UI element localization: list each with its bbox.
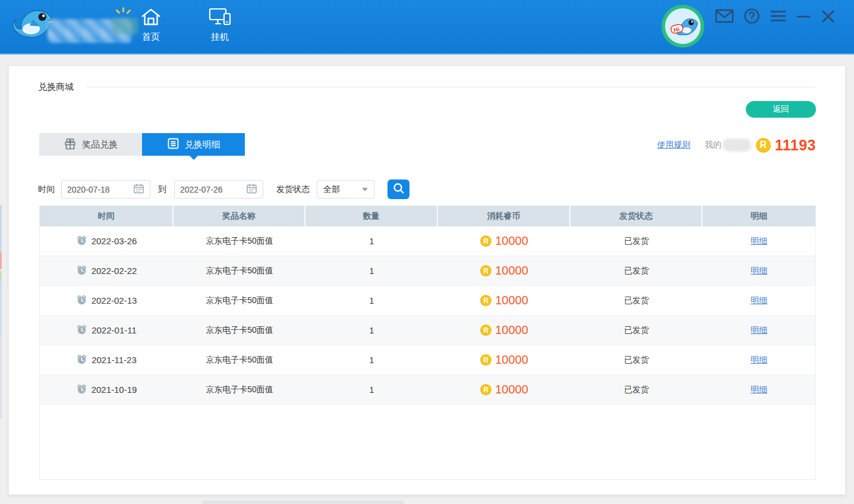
row-date: 2022-02-13 — [92, 295, 137, 305]
row-prize-name: 京东电子卡50面值 — [174, 256, 305, 285]
row-date: 2021-11-23 — [92, 355, 137, 365]
row-detail-link[interactable]: 明细 — [751, 325, 767, 336]
table-body: 2022-03-26 京东电子卡50面值 1 R 10000 已发货 明细 20… — [40, 226, 815, 405]
search-icon — [392, 182, 405, 197]
nav-item-home[interactable]: 首页 — [132, 7, 170, 43]
back-button[interactable]: 返回 — [746, 101, 816, 118]
table-row: 2022-03-26 京东电子卡50面值 1 R 10000 已发货 明细 — [40, 226, 815, 256]
sparkle-icon — [116, 7, 130, 17]
row-detail-link[interactable]: 明细 — [751, 355, 767, 366]
nav-idle-label: 挂机 — [211, 32, 229, 43]
coin-icon: R — [756, 138, 771, 153]
title-divider — [86, 87, 815, 87]
table-row: 2022-01-11 京东电子卡50面值 1 R 10000 已发货 明细 — [40, 316, 815, 345]
background-window-edge — [0, 253, 2, 269]
coin-icon: R — [480, 384, 491, 395]
row-cost-value: 10000 — [495, 383, 528, 396]
row-detail-link[interactable]: 明细 — [751, 236, 767, 247]
coin-icon: R — [480, 325, 491, 336]
search-button[interactable] — [387, 179, 409, 199]
row-cost-cell: R 10000 — [438, 256, 571, 285]
date-to-field[interactable] — [174, 180, 263, 199]
shipping-status-selected-value: 全部 — [323, 184, 340, 195]
mail-icon[interactable] — [715, 8, 734, 24]
row-shipping-status: 已发货 — [571, 375, 702, 404]
chevron-down-icon — [362, 188, 368, 194]
coin-icon: R — [480, 295, 491, 306]
row-cost-value: 10000 — [495, 264, 528, 278]
row-time-cell: 2022-02-13 — [40, 286, 174, 315]
date-from-field[interactable] — [61, 180, 150, 199]
help-icon[interactable] — [743, 8, 760, 24]
row-prize-name: 京东电子卡50面值 — [174, 316, 305, 345]
table-row: 2022-02-13 京东电子卡50面值 1 R 10000 已发货 明细 — [40, 286, 815, 316]
column-header-time: 时间 — [40, 206, 174, 226]
row-cost-cell: R 10000 — [438, 375, 571, 404]
tab-prize-exchange[interactable]: 奖品兑换 — [39, 133, 142, 156]
date-to-input[interactable] — [180, 185, 240, 194]
coin-balance-value: 11193 — [775, 137, 816, 154]
row-cost-cell: R 10000 — [438, 286, 571, 315]
menu-icon[interactable] — [770, 9, 787, 23]
row-cost-cell: R 10000 — [438, 316, 571, 345]
row-prize-name: 京东电子卡50面值 — [174, 286, 305, 315]
shipping-status-select[interactable]: 全部 — [317, 180, 374, 199]
row-shipping-status: 已发货 — [571, 226, 702, 256]
tab-exchange-details-label: 兑换明细 — [185, 139, 220, 150]
row-shipping-status: 已发货 — [571, 256, 702, 285]
row-quantity: 1 — [305, 345, 438, 374]
row-quantity: 1 — [305, 256, 438, 285]
background-window-edge — [0, 282, 2, 335]
row-detail-link[interactable]: 明细 — [751, 385, 767, 395]
nav-home-label: 首页 — [142, 32, 160, 43]
gift-icon — [64, 137, 77, 152]
my-balance-label: 我的 — [705, 140, 721, 150]
row-time-cell: 2021-11-23 — [40, 345, 174, 374]
clock-icon — [77, 265, 87, 277]
exchange-mall-panel: 兑换商城 返回 奖品兑换 — [8, 65, 846, 495]
column-header-status: 发货状态 — [571, 206, 702, 226]
time-filter-label: 时间 — [38, 184, 55, 195]
minimize-icon[interactable] — [796, 9, 811, 23]
column-header-prize: 奖品名称 — [174, 206, 305, 226]
row-shipping-status: 已发货 — [571, 286, 702, 315]
coin-icon: R — [480, 265, 491, 276]
row-shipping-status: 已发货 — [571, 345, 702, 374]
tab-prize-exchange-label: 奖品兑换 — [82, 139, 118, 150]
tab-exchange-details[interactable]: 兑换明细 — [142, 133, 245, 156]
row-quantity: 1 — [305, 316, 438, 345]
row-date: 2022-01-11 — [92, 325, 137, 335]
title-bar: 首页 挂机 Hi — [0, 0, 854, 55]
clock-icon — [77, 325, 87, 336]
date-from-input[interactable] — [67, 185, 127, 194]
usage-rules-link[interactable]: 使用规则 — [657, 140, 691, 150]
balance-area: 使用规则 我的 R 11193 — [657, 137, 816, 153]
column-header-quantity: 数量 — [305, 206, 438, 226]
row-time-cell: 2021-10-19 — [40, 375, 174, 404]
monitor-phone-icon — [208, 7, 232, 29]
row-cost-cell: R 10000 — [438, 345, 571, 374]
row-detail-link[interactable]: 明细 — [751, 295, 767, 306]
row-date: 2022-03-26 — [92, 236, 137, 246]
row-time-cell: 2022-03-26 — [40, 226, 174, 256]
background-window-edge — [0, 205, 2, 253]
row-detail-link[interactable]: 明细 — [751, 266, 767, 276]
close-icon[interactable] — [820, 8, 836, 24]
clock-icon — [77, 354, 87, 366]
date-range-to-label: 到 — [158, 184, 166, 195]
row-quantity: 1 — [305, 226, 438, 256]
nav-item-idle[interactable]: 挂机 — [201, 7, 239, 43]
filter-bar: 时间 到 发货状态 全部 — [38, 179, 409, 199]
row-quantity: 1 — [305, 375, 438, 404]
row-quantity: 1 — [305, 286, 438, 315]
home-icon — [140, 7, 162, 29]
shipping-status-filter-label: 发货状态 — [276, 184, 310, 195]
row-prize-name: 京东电子卡50面值 — [174, 345, 305, 374]
user-avatar[interactable]: Hi — [660, 4, 705, 49]
row-cost-cell: R 10000 — [438, 226, 571, 256]
list-document-icon — [167, 137, 179, 152]
main-nav: 首页 挂机 — [132, 7, 239, 43]
table-header: 时间 奖品名称 数量 消耗睿币 发货状态 明细 — [40, 206, 815, 226]
username-blurred — [723, 138, 751, 152]
row-cost-value: 10000 — [495, 294, 528, 307]
